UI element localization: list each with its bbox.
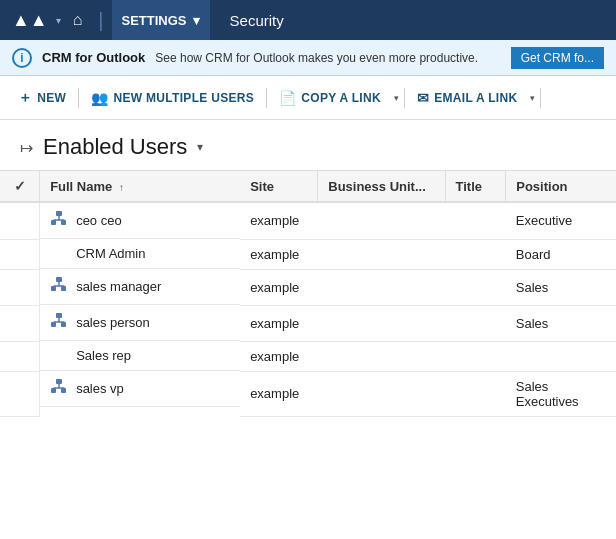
row-name-cell: ceo ceo [40,203,240,239]
crm-banner: i CRM for Outlook See how CRM for Outloo… [0,40,616,76]
row-bunit-cell [318,269,445,305]
user-hierarchy-icon [50,312,68,333]
row-position-cell: Sales [506,305,616,341]
page-title: Security [214,12,284,29]
svg-rect-15 [56,379,62,384]
row-bunit-cell [318,202,445,239]
info-icon: i [12,48,32,68]
col-header-fullname[interactable]: Full Name ↑ [40,171,241,203]
row-position-cell: Executive [506,202,616,239]
new-multiple-button[interactable]: 👥 NEW MULTIPLE USERS [81,85,264,111]
toolbar-separator-3 [404,88,405,108]
toolbar-separator-2 [266,88,267,108]
toolbar-separator-4 [540,88,541,108]
row-position-cell: Sales Executives [506,371,616,416]
col-header-check[interactable]: ✓ [0,171,40,203]
row-checkbox-cell[interactable] [0,239,40,269]
email-link-button[interactable]: ✉ EMAIL A LINK [407,85,527,111]
row-title-cell [445,305,506,341]
row-site-cell: example [240,269,318,305]
settings-button[interactable]: SETTINGS ▾ [112,0,210,40]
toolbar-separator-1 [78,88,79,108]
table-row: ceo ceoexampleExecutive [0,202,616,239]
row-checkbox-cell[interactable] [0,371,40,416]
email-link-label: EMAIL A LINK [434,91,517,105]
row-position-cell [506,341,616,371]
new-button[interactable]: ＋ NEW [8,84,76,112]
copy-link-label: COPY A LINK [301,91,381,105]
email-icon: ✉ [417,90,429,106]
row-bunit-cell [318,239,445,269]
view-title: Enabled Users [43,134,187,160]
email-caret[interactable]: ▾ [527,88,538,108]
row-site-cell: example [240,371,318,416]
banner-text: See how CRM for Outlook makes you even m… [155,51,478,65]
row-checkbox-cell[interactable] [0,341,40,371]
row-site-cell: example [240,239,318,269]
settings-label: SETTINGS [122,13,187,28]
header-checkbox[interactable]: ✓ [14,178,26,194]
row-title-cell [445,341,506,371]
settings-caret: ▾ [193,13,200,28]
row-position-cell: Board [506,239,616,269]
sort-icon: ↑ [119,182,124,193]
logo-caret[interactable]: ▾ [56,15,61,26]
user-hierarchy-icon [50,210,68,231]
table-row: sales managerexampleSales [0,269,616,305]
user-name: sales vp [76,381,124,396]
row-checkbox-cell[interactable] [0,269,40,305]
col-header-position[interactable]: Position [506,171,616,203]
table-row: sales personexampleSales [0,305,616,341]
nav-bar: ▲▲ ▾ ⌂ | SETTINGS ▾ Security [0,0,616,40]
user-hierarchy-icon [50,276,68,297]
pin-icon: ↦ [20,138,33,157]
banner-title: CRM for Outlook [42,50,145,65]
row-name-cell: sales vp [40,371,240,407]
row-position-cell: Sales [506,269,616,305]
table-row: Sales repexample [0,341,616,371]
row-title-cell [445,269,506,305]
row-site-cell: example [240,341,318,371]
row-name-cell: sales person [40,305,240,341]
nav-separator: | [98,9,103,32]
row-checkbox-cell[interactable] [0,305,40,341]
row-bunit-cell [318,305,445,341]
row-bunit-cell [318,341,445,371]
row-checkbox-cell[interactable] [0,202,40,239]
user-name: sales manager [76,279,161,294]
users-icon: 👥 [91,90,108,106]
row-title-cell [445,202,506,239]
row-name-cell: sales manager [40,269,240,305]
col-header-bunit[interactable]: Business Unit... [318,171,445,203]
users-table: ✓ Full Name ↑ Site Business Unit... Titl… [0,170,616,417]
user-name: Sales rep [76,348,131,363]
svg-rect-0 [56,211,62,216]
row-name-cell: CRM Admin [40,239,240,269]
get-crm-button[interactable]: Get CRM fo... [511,47,604,69]
col-header-title[interactable]: Title [445,171,506,203]
page-heading: ↦ Enabled Users ▾ [0,120,616,170]
table-row: CRM AdminexampleBoard [0,239,616,269]
user-name: CRM Admin [76,246,145,261]
view-caret[interactable]: ▾ [197,140,203,154]
row-title-cell [445,239,506,269]
copy-link-button[interactable]: 📄 COPY A LINK [269,85,391,111]
toolbar: ＋ NEW 👥 NEW MULTIPLE USERS 📄 COPY A LINK… [0,76,616,120]
new-label: NEW [37,91,66,105]
home-icon[interactable]: ⌂ [65,11,91,29]
copy-icon: 📄 [279,90,296,106]
svg-rect-10 [56,313,62,318]
copy-caret[interactable]: ▾ [391,88,402,108]
user-name: sales person [76,315,150,330]
col-header-site[interactable]: Site [240,171,318,203]
new-multiple-label: NEW MULTIPLE USERS [114,91,255,105]
row-title-cell [445,371,506,416]
row-site-cell: example [240,305,318,341]
row-site-cell: example [240,202,318,239]
user-hierarchy-icon [50,378,68,399]
app-logo: ▲▲ [8,10,52,31]
plus-icon: ＋ [18,89,32,107]
user-name: ceo ceo [76,213,122,228]
row-bunit-cell [318,371,445,416]
table-row: sales vpexampleSales Executives [0,371,616,416]
